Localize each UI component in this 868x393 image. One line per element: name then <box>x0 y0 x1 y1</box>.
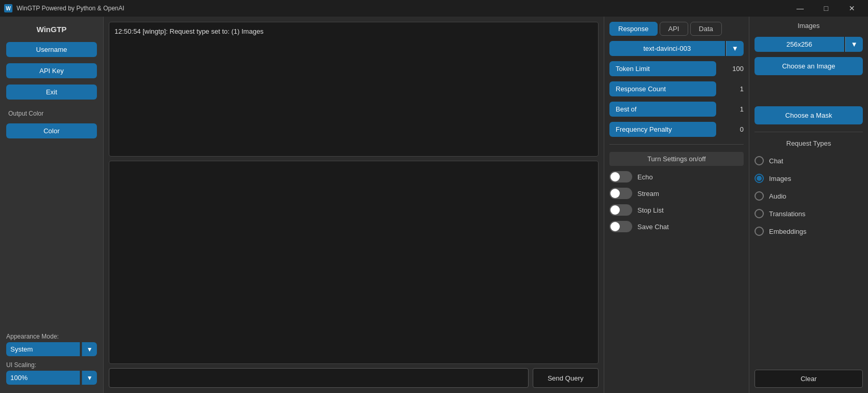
main-layout: WinGTP Username API Key Exit Output Colo… <box>0 17 868 393</box>
sidebar-bottom: Appearance Mode: System ▼ UI Scaling: 10… <box>6 333 97 385</box>
settings-content: text-davinci-003 ▼ Token Limit 100 Respo… <box>604 36 749 393</box>
stop-list-toggle-row: Stop List <box>609 204 744 216</box>
size-arrow[interactable]: ▼ <box>845 37 863 52</box>
radio-translations-label[interactable]: Translations <box>769 210 805 218</box>
ui-scaling-label: UI Scaling: <box>6 361 97 369</box>
close-button[interactable]: ✕ <box>840 0 864 17</box>
output-color-label: Output Color <box>6 110 44 117</box>
radio-images-circle[interactable] <box>755 174 764 183</box>
right-scroll-area: Images 256x256 ▼ Choose an Image Choose … <box>749 17 868 364</box>
frequency-penalty-row: Frequency Penalty 0 <box>609 122 744 137</box>
stream-toggle-row: Stream <box>609 188 744 199</box>
stream-toggle[interactable] <box>609 188 632 199</box>
scaling-dropdown-arrow[interactable]: ▼ <box>82 371 97 385</box>
echo-toggle[interactable] <box>609 171 632 183</box>
app-icon: W <box>4 4 12 12</box>
radio-images: Images <box>755 172 863 185</box>
frequency-penalty-value: 0 <box>720 125 744 133</box>
radio-chat-circle[interactable] <box>755 156 764 165</box>
send-query-button[interactable]: Send Query <box>533 368 599 388</box>
radio-embeddings-circle[interactable] <box>755 227 764 236</box>
output-message: 12:50:54 [wingtp]: Request type set to: … <box>115 27 264 35</box>
model-select[interactable]: text-davinci-003 <box>609 41 725 56</box>
radio-chat-label[interactable]: Chat <box>769 157 783 165</box>
apikey-button[interactable]: API Key <box>6 63 97 78</box>
tab-data[interactable]: Data <box>690 22 722 36</box>
right-panel: Images 256x256 ▼ Choose an Image Choose … <box>749 17 868 393</box>
radio-embeddings-label[interactable]: Embeddings <box>769 228 806 235</box>
choose-image-button[interactable]: Choose an Image <box>755 57 863 75</box>
save-chat-toggle-row: Save Chat <box>609 221 744 232</box>
clear-button[interactable]: Clear <box>755 370 863 388</box>
minimize-button[interactable]: — <box>788 0 812 17</box>
appearance-dropdown-row: System ▼ <box>6 342 97 356</box>
bottom-bar: Send Query <box>109 368 599 388</box>
save-chat-toggle[interactable] <box>609 221 632 232</box>
model-arrow[interactable]: ▼ <box>726 41 744 56</box>
titlebar-left: W WinGTP Powered by Python & OpenAI <box>4 4 124 12</box>
appearance-dropdown[interactable]: System <box>6 342 80 356</box>
radio-images-label[interactable]: Images <box>769 175 791 183</box>
scaling-dropdown-row: 100% ▼ <box>6 371 97 385</box>
choose-spacer <box>755 80 863 101</box>
query-input[interactable] <box>109 368 529 388</box>
images-title: Images <box>755 22 863 30</box>
frequency-penalty-button[interactable]: Frequency Penalty <box>609 122 716 137</box>
echo-label: Echo <box>637 173 653 181</box>
radio-audio: Audio <box>755 190 863 202</box>
settings-divider <box>609 144 744 145</box>
radio-translations: Translations <box>755 207 863 220</box>
right-divider <box>755 132 863 132</box>
scaling-dropdown[interactable]: 100% <box>6 371 80 385</box>
sidebar: WinGTP Username API Key Exit Output Colo… <box>0 17 104 393</box>
token-limit-row: Token Limit 100 <box>609 61 744 76</box>
titlebar: W WinGTP Powered by Python & OpenAI — □ … <box>0 0 868 17</box>
tab-response[interactable]: Response <box>609 22 658 36</box>
choose-mask-button[interactable]: Choose a Mask <box>755 106 863 124</box>
sidebar-app-name: WinGTP <box>36 25 66 34</box>
color-button[interactable]: Color <box>6 123 97 138</box>
settings-panel: Response API Data text-davinci-003 ▼ Tok… <box>604 17 749 393</box>
output-display: 12:50:54 [wingtp]: Request type set to: … <box>109 22 599 157</box>
radio-chat: Chat <box>755 155 863 167</box>
tab-api[interactable]: API <box>660 22 688 36</box>
window-controls: — □ ✕ <box>788 0 864 17</box>
response-count-row: Response Count 1 <box>609 81 744 96</box>
request-types-title: Request Types <box>755 139 863 147</box>
appearance-dropdown-arrow[interactable]: ▼ <box>82 342 97 356</box>
turn-settings-label: Turn Settings on/off <box>609 152 744 166</box>
stream-label: Stream <box>637 190 659 198</box>
exit-button[interactable]: Exit <box>6 85 97 100</box>
appearance-mode-label: Appearance Mode: <box>6 333 97 340</box>
stop-list-label: Stop List <box>637 206 664 214</box>
username-button[interactable]: Username <box>6 42 97 57</box>
radio-audio-label[interactable]: Audio <box>769 192 786 200</box>
right-bottom-area: Clear <box>749 364 868 393</box>
token-limit-button[interactable]: Token Limit <box>609 61 716 76</box>
input-area[interactable] <box>109 161 599 364</box>
maximize-button[interactable]: □ <box>814 0 838 17</box>
token-limit-value: 100 <box>720 65 744 73</box>
center-panel: 12:50:54 [wingtp]: Request type set to: … <box>104 17 604 393</box>
response-count-value: 1 <box>720 85 744 93</box>
save-chat-label: Save Chat <box>637 223 669 231</box>
best-of-button[interactable]: Best of <box>609 102 716 117</box>
radio-translations-circle[interactable] <box>755 209 764 218</box>
response-count-button[interactable]: Response Count <box>609 81 716 96</box>
tabs-row: Response API Data <box>604 17 749 36</box>
stop-list-toggle[interactable] <box>609 204 632 216</box>
model-row: text-davinci-003 ▼ <box>609 41 744 56</box>
titlebar-title: WinGTP Powered by Python & OpenAI <box>17 5 124 12</box>
best-of-row: Best of 1 <box>609 102 744 117</box>
radio-audio-circle[interactable] <box>755 191 764 201</box>
best-of-value: 1 <box>720 105 744 113</box>
size-select[interactable]: 256x256 <box>755 37 844 52</box>
size-dropdown-row: 256x256 ▼ <box>755 37 863 52</box>
radio-embeddings: Embeddings <box>755 225 863 237</box>
echo-toggle-row: Echo <box>609 171 744 183</box>
